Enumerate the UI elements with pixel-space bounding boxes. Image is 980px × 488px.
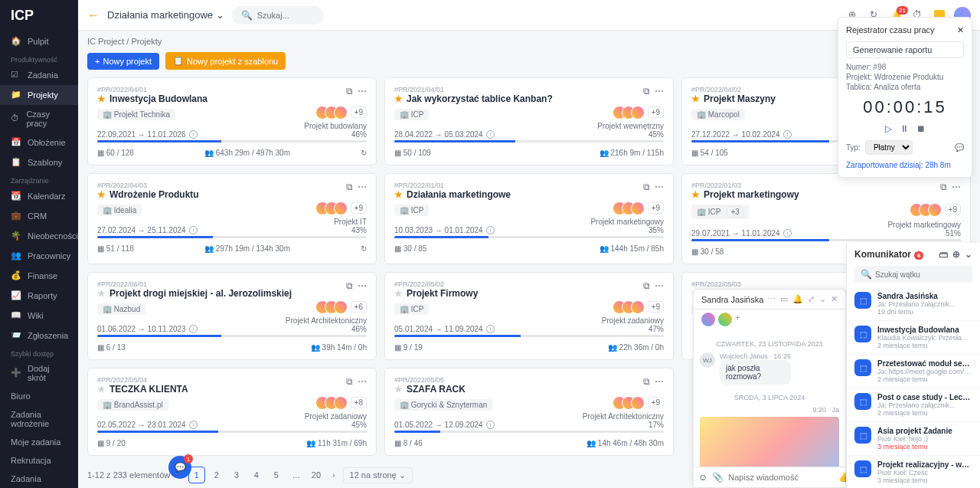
info-icon[interactable]: i [486,325,495,333]
page-next[interactable]: › [332,470,335,480]
star-icon[interactable]: ★ [97,189,106,200]
card-more-icon[interactable]: ⋯ [655,280,664,291]
nav-oblozenie[interactable]: 📅Obłożenie [0,133,78,152]
card-more-icon[interactable]: ⋯ [952,182,961,192]
client-tag[interactable]: 🏢 BrandAssist.pl [97,399,168,411]
nav-crm[interactable]: 💼CRM [0,206,78,226]
messenger-search[interactable]: 🔍 [854,266,972,283]
chat-emoji-icon[interactable]: ☺ [698,472,707,483]
project-card[interactable]: #PR/2022/04/01 ★Inwestycja Budowlana ⧉ ⋯… [87,77,377,165]
chat-menu-icon[interactable]: ⋯ [767,294,776,304]
nav-czasy[interactable]: ⏱Czasy pracy [0,105,78,133]
breadcrumb-root[interactable]: IC Project [87,37,124,46]
star-icon[interactable]: ★ [97,93,106,104]
avatars[interactable]: +9 [612,201,664,215]
info-icon[interactable]: i [486,226,495,234]
nav-zad-wdro[interactable]: Zadania wdrożenie [0,405,78,433]
client-tag[interactable]: 🏢 Projekt Technika [97,109,175,120]
timer-close-icon[interactable]: ✕ [957,25,964,35]
client-tag[interactable]: 🏢 ICP [394,205,429,216]
page-number[interactable]: 5 [268,467,285,483]
avatars[interactable]: +9 [315,201,367,215]
chat-close-icon[interactable]: ✕ [831,294,838,304]
nav-moje[interactable]: Moje zadania [0,433,78,451]
card-more-icon[interactable]: ⋯ [358,182,367,192]
info-icon[interactable]: i [189,421,198,429]
avatars[interactable]: +9 [315,106,367,120]
timer-stop-icon[interactable]: ⏹ [916,123,926,134]
messenger-thread[interactable]: ⬚Projekt realizacyjny - wysyłka towaruPi… [847,456,980,488]
page-number[interactable]: ... [288,467,305,483]
messenger-thread[interactable]: ⬚Inwestycja BudowlanaKlaudia Kowalczyk: … [847,321,980,355]
nav-finanse[interactable]: 💰Finanse [0,266,78,286]
card-more-icon[interactable]: ⋯ [655,86,664,97]
timer-task-select[interactable]: Generowanie raportu [846,41,964,58]
new-project-button[interactable]: + Nowy projekt [87,53,159,70]
project-card[interactable]: #PR/2022/01/01 ★Działania marketingowe ⧉… [384,173,674,264]
messenger-thread[interactable]: ⬚Przetestować moduł serwisowyJa: https:/… [847,355,980,388]
nav-raporty[interactable]: 📈Raporty [0,286,78,306]
chat-attachment-image[interactable] [700,417,839,467]
timer-comment-icon[interactable]: 💬 [955,143,964,152]
avatars[interactable]: +9 [612,396,664,410]
project-card[interactable]: #PR/2021/04/01 ★Jak wykorzystać tablice … [384,77,674,165]
nav-wiki[interactable]: 📖Wiki [0,306,78,326]
messenger-collapse-icon[interactable]: ⌄ [965,249,972,260]
nav-zadania[interactable]: ☑Zadania [0,65,78,85]
nav-nieobecnosci[interactable]: 🌴Nieobecności [0,226,78,246]
nav-kalendarz[interactable]: 📆Kalendarz [0,186,78,206]
project-card[interactable]: #PR/2022/06/01 ★Projekt drogi miejskiej … [87,272,377,360]
star-icon[interactable]: ★ [394,288,403,299]
info-icon[interactable]: i [486,130,495,139]
chat-fab[interactable]: 💬 [168,456,191,479]
chat-card-icon[interactable]: ▭ [780,294,788,304]
nav-rekrutacja[interactable]: Rekrutacja [0,451,78,470]
messenger-search-input[interactable] [875,270,966,279]
star-icon[interactable]: ★ [97,288,106,299]
chat-expand-icon[interactable]: ⤢ [808,294,815,304]
info-icon[interactable]: i [189,325,198,333]
nav-pracownicy[interactable]: 👥Pracownicy [0,246,78,266]
card-open-icon[interactable]: ⧉ [346,280,353,291]
star-icon[interactable]: ★ [691,93,700,104]
nav-projekty[interactable]: 📁Projekty [0,85,78,105]
global-search[interactable]: 🔍 [232,6,324,25]
star-icon[interactable]: ★ [691,189,700,200]
chat-minimize-icon[interactable]: ⌄ [819,294,826,304]
project-card[interactable]: #PR/2022/05/04 ★TECZKA KLIENTA ⧉ ⋯ 🏢 Bra… [87,368,377,456]
client-tag[interactable]: 🏢 Nazbud [97,303,145,315]
back-button[interactable]: ← [87,8,100,22]
star-icon[interactable]: ★ [394,93,403,104]
page-number[interactable]: 2 [208,467,225,483]
info-icon[interactable]: i [189,130,198,139]
timer-play-icon[interactable]: ▷ [885,123,892,134]
client-tag[interactable]: 🏢 Gorycki & Sznyterman [394,399,492,411]
card-open-icon[interactable]: ⧉ [643,376,650,387]
nav-zgloszenia[interactable]: 📨Zgłoszenia [0,326,78,346]
card-more-icon[interactable]: ⋯ [358,86,367,97]
card-open-icon[interactable]: ⧉ [346,86,353,97]
timer-pause-icon[interactable]: ⏸ [900,123,909,134]
project-card[interactable]: #PR/2022/04/03 ★Wdrożenie Produktu ⧉ ⋯ 🏢… [87,173,377,264]
project-card[interactable]: #PR/2022/05/02 ★Projekt Firmowy ⧉ ⋯ 🏢 IC… [384,272,674,360]
star-icon[interactable]: ★ [97,384,106,395]
avatars[interactable]: +9 [612,106,664,120]
chat-attach-icon[interactable]: 📎 [712,472,724,483]
info-icon[interactable]: i [189,226,198,234]
info-icon[interactable]: i [783,229,792,237]
card-open-icon[interactable]: ⧉ [643,86,650,97]
nav-szablony[interactable]: 📋Szablony [0,152,78,172]
card-more-icon[interactable]: ⋯ [358,280,367,291]
nav-dodaj-skrot[interactable]: ➕Dodaj skrót [0,359,78,387]
card-open-icon[interactable]: ⧉ [940,182,947,192]
top-title-dropdown[interactable]: Działania marketingowe ⌄ [107,9,224,21]
star-icon[interactable]: ★ [394,384,403,395]
info-icon[interactable]: i [486,421,495,429]
card-open-icon[interactable]: ⧉ [643,280,650,291]
card-open-icon[interactable]: ⧉ [643,182,650,192]
nav-zadania2[interactable]: Zadania [0,470,78,488]
client-tag[interactable]: 🏢 ICP+3 [691,205,749,219]
search-input[interactable] [257,11,326,20]
avatars[interactable]: +6 [315,300,367,314]
avatars[interactable]: +9 [910,203,961,217]
